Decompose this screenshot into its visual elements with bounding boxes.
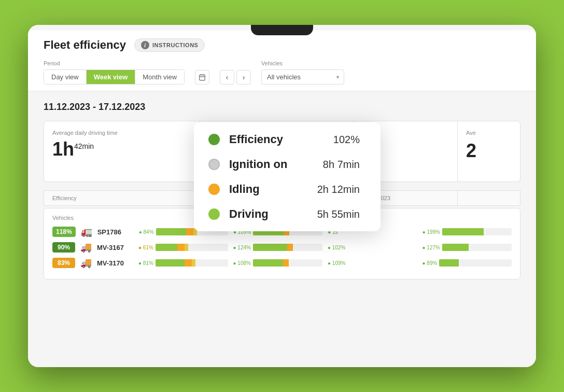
tooltip-dot xyxy=(208,208,220,220)
vehicle-pct1: ● 84% xyxy=(139,229,154,235)
vehicle-bar4 xyxy=(442,228,512,235)
vehicles-filter-group: Vehicles All vehicles xyxy=(261,60,344,85)
vehicles-select[interactable]: All vehicles xyxy=(261,69,344,85)
screen-container: Fleet efficiency i INSTRUCTIONS Period D… xyxy=(28,25,536,367)
vehicles-label: Vehicles xyxy=(261,60,344,66)
tooltip-metric: Idling xyxy=(229,183,299,196)
vehicle-rows-container: 118% 🚛 SP1786 ● 84% ● 109% ● 1s xyxy=(52,226,512,269)
app-content: Fleet efficiency i INSTRUCTIONS Period D… xyxy=(28,25,536,367)
vehicle-pct2: ● 124% xyxy=(233,245,251,250)
vehicle-bar xyxy=(156,259,228,267)
tooltip-value: 5h 55min xyxy=(308,208,360,220)
instructions-button[interactable]: i INSTRUCTIONS xyxy=(134,38,205,52)
col-header-empty xyxy=(458,191,520,205)
header-top: Fleet efficiency i INSTRUCTIONS xyxy=(44,38,520,52)
avg2-label: Ave xyxy=(466,130,512,136)
calendar-button[interactable] xyxy=(195,70,209,85)
view-toggle: Day view Week view Month view xyxy=(44,69,185,85)
month-view-button[interactable]: Month view xyxy=(135,70,184,84)
page-title: Fleet efficiency xyxy=(44,38,126,52)
vehicle-icon: 🚚 xyxy=(80,257,92,269)
nav-controls: ‹ › xyxy=(220,70,251,85)
vehicle-row: 90% 🚚 MV-3167 ● 61% ● 124% ● 102% xyxy=(52,242,512,253)
vehicle-bar2 xyxy=(253,244,322,251)
avg-driving-time-value: 1h42min xyxy=(52,140,191,159)
tooltip-row: Ignition on 8h 7min xyxy=(208,158,360,171)
vehicle-pct1: ● 61% xyxy=(138,245,153,250)
vehicle-row: 83% 🚚 MV-3170 ● 81% ● 108% ● 109% xyxy=(52,257,512,269)
vehicle-badge: 118% xyxy=(52,227,76,237)
info-icon: i xyxy=(141,41,149,49)
tooltip-row: Driving 5h 55min xyxy=(208,207,360,221)
instructions-label: INSTRUCTIONS xyxy=(152,42,199,48)
tooltip-metric: Driving xyxy=(229,207,299,221)
vehicle-pct4: ● 199% xyxy=(422,229,440,235)
main-content: 11.12.2023 - 17.12.2023 Average daily dr… xyxy=(28,91,536,290)
tooltip-value: 102% xyxy=(308,134,360,146)
vehicle-bar xyxy=(156,244,228,251)
vehicle-name: SP1786 xyxy=(97,228,134,236)
vehicle-pct4: ● 127% xyxy=(422,245,440,250)
vehicle-name: MV-3167 xyxy=(97,244,133,251)
tooltip-items-container: Efficiency 102% Ignition on 8h 7min Idli… xyxy=(208,133,360,221)
vehicle-badge: 83% xyxy=(52,258,75,268)
tooltip-value: 2h 12min xyxy=(308,184,360,195)
avg-driving-time-label: Average daily driving time xyxy=(52,130,191,136)
tooltip-overlay: Efficiency 102% Ignition on 8h 7min Idli… xyxy=(194,122,380,231)
tooltip-dot xyxy=(208,134,220,145)
filter-bar: Period Day view Week view Month view xyxy=(44,60,520,91)
avg2-value: 2 xyxy=(466,140,512,162)
period-label: Period xyxy=(44,60,185,66)
header: Fleet efficiency i INSTRUCTIONS Period D… xyxy=(28,30,536,91)
vehicle-icon: 🚚 xyxy=(80,242,92,253)
avg-driving-time-card: Average daily driving time 1h42min xyxy=(44,121,200,181)
period-filter-group: Period Day view Week view Month view xyxy=(44,60,185,85)
vehicle-name: MV-3170 xyxy=(97,259,133,267)
tooltip-value: 8h 7min xyxy=(308,159,360,171)
vehicle-bar4 xyxy=(442,244,512,251)
vehicle-bar4 xyxy=(439,259,512,267)
vehicle-pct4: ● 89% xyxy=(422,260,438,266)
svg-rect-0 xyxy=(200,75,205,80)
tooltip-dot xyxy=(208,184,220,195)
week-view-button[interactable]: Week view xyxy=(87,70,136,84)
vehicles-select-wrapper: All vehicles xyxy=(261,69,344,85)
vehicle-pct3: ● 102% xyxy=(328,245,345,250)
next-button[interactable]: › xyxy=(236,70,251,85)
tooltip-row: Idling 2h 12min xyxy=(208,183,360,196)
date-range: 11.12.2023 - 17.12.2023 xyxy=(44,102,520,113)
tooltip-metric: Efficiency xyxy=(229,133,299,146)
vehicle-pct3: ● 109% xyxy=(328,260,345,266)
vehicle-bar2 xyxy=(253,259,322,267)
tooltip-dot xyxy=(208,159,220,170)
vehicle-pct1: ● 81% xyxy=(138,260,153,266)
vehicle-pct2: ● 108% xyxy=(233,260,251,266)
col-header-efficiency: Efficiency xyxy=(44,191,200,205)
avg2-card: Ave 2 xyxy=(458,121,520,181)
device-notch xyxy=(251,25,313,35)
vehicle-badge: 90% xyxy=(52,242,75,253)
tooltip-metric: Ignition on xyxy=(229,158,299,171)
prev-button[interactable]: ‹ xyxy=(220,70,234,85)
vehicle-icon: 🚛 xyxy=(81,226,92,237)
tooltip-row: Efficiency 102% xyxy=(208,133,360,146)
day-view-button[interactable]: Day view xyxy=(44,70,87,84)
